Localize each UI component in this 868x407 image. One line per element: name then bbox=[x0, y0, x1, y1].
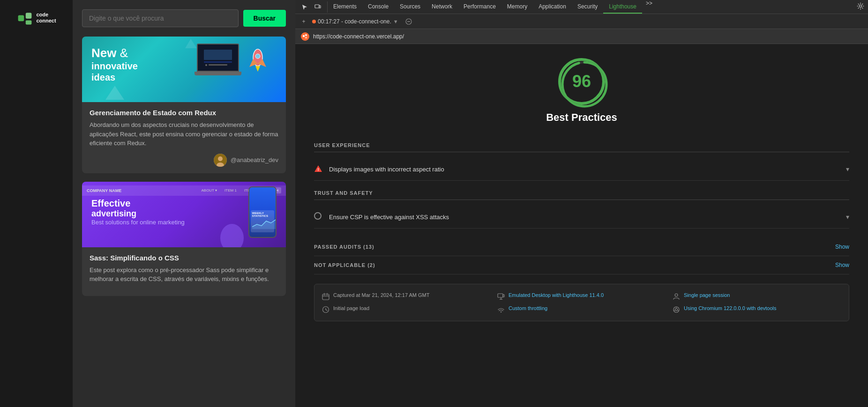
meta-session: Single page session Using Chromium 122.0… bbox=[673, 292, 841, 313]
audit-csp-text: Ensure CSP is effective against XSS atta… bbox=[329, 214, 846, 221]
score-section: 96 Best Practices bbox=[314, 58, 849, 124]
tab-elements[interactable]: Elements bbox=[328, 0, 362, 14]
tab-security[interactable]: Security bbox=[572, 0, 603, 14]
svg-rect-1 bbox=[26, 13, 32, 19]
score-circle: 96 bbox=[558, 58, 605, 105]
svg-point-18 bbox=[220, 224, 244, 247]
svg-text:!: ! bbox=[318, 167, 319, 172]
site-sidebar: code connect bbox=[0, 0, 73, 407]
wifi-icon bbox=[497, 306, 505, 313]
card-2-description: Este post explora como o pré-processador… bbox=[90, 266, 278, 284]
footer-metadata: Captured at Mar 21, 2024, 12:17 AM GMT I… bbox=[314, 284, 849, 321]
svg-line-48 bbox=[674, 310, 675, 311]
devtools-settings-icon[interactable] bbox=[853, 2, 868, 12]
svg-line-37 bbox=[326, 310, 327, 311]
svg-point-43 bbox=[675, 294, 678, 296]
session-link[interactable]: Single page session bbox=[684, 292, 730, 299]
card-1-title: Gerenciamento de Estado com Redux bbox=[90, 109, 278, 117]
user-experience-label: USER EXPERIENCE bbox=[314, 142, 849, 152]
meta-emulated: Emulated Desktop with Lighthouse 11.4.0 … bbox=[497, 292, 666, 313]
emulated-link[interactable]: Emulated Desktop with Lighthouse 11.4.0 bbox=[509, 292, 604, 299]
not-applicable-show[interactable]: Show bbox=[835, 262, 849, 268]
more-tabs-button[interactable]: >> bbox=[642, 0, 656, 14]
warning-triangle-icon: ! bbox=[314, 164, 323, 174]
user-experience-section: USER EXPERIENCE ! Displays images with i… bbox=[314, 142, 849, 181]
search-button[interactable]: Buscar bbox=[243, 10, 286, 27]
svg-point-6 bbox=[205, 64, 207, 66]
svg-rect-25 bbox=[305, 34, 307, 36]
audit-aspect-ratio-text: Displays images with incorrect aspect ra… bbox=[329, 166, 846, 173]
svg-rect-19 bbox=[315, 5, 319, 8]
device-icon[interactable] bbox=[312, 1, 323, 13]
devtools-tab-bar: Elements Console Sources Network Perform… bbox=[295, 0, 868, 14]
card-1-image-text: New & innovativeideas bbox=[91, 46, 138, 83]
add-tab-icon[interactable]: + bbox=[299, 17, 308, 26]
devtools-link[interactable]: Using Chromium 122.0.0.0 with devtools bbox=[684, 305, 776, 312]
tab-application[interactable]: Application bbox=[533, 0, 572, 14]
cursor-icon[interactable] bbox=[299, 1, 310, 13]
svg-marker-14 bbox=[185, 39, 197, 48]
svg-rect-38 bbox=[498, 294, 503, 297]
svg-line-47 bbox=[677, 310, 679, 311]
captured-text: Captured at Mar 21, 2024, 12:17 AM GMT bbox=[333, 292, 429, 299]
svg-rect-26 bbox=[305, 37, 307, 38]
recording-dot bbox=[312, 20, 316, 23]
site-main-content: Buscar New & innovativeideas bbox=[73, 0, 295, 407]
svg-point-11 bbox=[255, 54, 260, 59]
svg-point-28 bbox=[562, 62, 606, 106]
card-2-image: COMPANY NAME ABOUT ▾ ITEM 1 ITEM 2 SEARC… bbox=[82, 182, 286, 247]
url-display: https://code-connect-one.vercel.app/ bbox=[313, 33, 404, 40]
lighthouse-content: 96 Best Practices USER EXPERIENCE ! Disp… bbox=[295, 44, 868, 407]
card-2-image-text: Effective advertising Best solutions for… bbox=[91, 198, 185, 226]
site-favicon bbox=[301, 32, 309, 41]
search-input[interactable] bbox=[82, 9, 239, 27]
card-1-author-name: @anabeatriz_dev bbox=[231, 156, 278, 163]
card-1-description: Abordando um dos aspectos cruciais no de… bbox=[90, 120, 278, 148]
svg-rect-24 bbox=[303, 35, 305, 37]
audit-item-csp[interactable]: Ensure CSP is effective against XSS atta… bbox=[314, 206, 849, 229]
svg-rect-2 bbox=[26, 20, 32, 24]
trust-safety-section: TRUST AND SAFETY Ensure CSP is effective… bbox=[314, 190, 849, 229]
chevron-down-icon: ▾ bbox=[846, 165, 849, 173]
trust-safety-label: TRUST AND SAFETY bbox=[314, 190, 849, 200]
clock-icon bbox=[322, 306, 329, 313]
search-bar: Buscar bbox=[82, 9, 286, 27]
tab-console[interactable]: Console bbox=[362, 0, 394, 14]
tab-sources[interactable]: Sources bbox=[394, 0, 426, 14]
svg-point-42 bbox=[501, 311, 501, 312]
svg-marker-13 bbox=[105, 86, 124, 100]
audit-item-aspect-ratio[interactable]: ! Displays images with incorrect aspect … bbox=[314, 158, 849, 181]
laptop-illustration bbox=[197, 44, 239, 76]
timer-display: 00:17:27 - code-connect-one. ▼ bbox=[312, 18, 398, 25]
devtools-toolbar-icons bbox=[295, 1, 328, 13]
svg-rect-4 bbox=[204, 50, 232, 60]
throttling-link[interactable]: Custom throttling bbox=[509, 305, 547, 312]
calendar-icon bbox=[322, 293, 329, 300]
tab-network[interactable]: Network bbox=[426, 0, 458, 14]
devtools-tabs-container: Elements Console Sources Network Perform… bbox=[328, 0, 853, 14]
score-label: Best Practices bbox=[546, 111, 617, 124]
rocket-illustration bbox=[244, 46, 272, 76]
user-icon bbox=[673, 293, 680, 300]
address-bar-row: + 00:17:27 - code-connect-one. ▼ bbox=[295, 14, 868, 29]
passed-audits-show[interactable]: Show bbox=[835, 244, 849, 250]
tab-lighthouse[interactable]: Lighthouse bbox=[603, 0, 642, 14]
card-1: New & innovativeideas bbox=[82, 37, 286, 173]
stop-recording-icon[interactable] bbox=[404, 17, 413, 26]
svg-point-21 bbox=[860, 5, 862, 7]
card-2: COMPANY NAME ABOUT ▾ ITEM 1 ITEM 2 SEARC… bbox=[82, 182, 286, 296]
tab-memory[interactable]: Memory bbox=[501, 0, 533, 14]
tab-performance[interactable]: Performance bbox=[458, 0, 501, 14]
card-1-image: New & innovativeideas bbox=[82, 37, 286, 102]
not-applicable-row: NOT APPLICABLE (2) Show bbox=[314, 256, 849, 274]
meta-captured: Captured at Mar 21, 2024, 12:17 AM GMT I… bbox=[322, 292, 491, 313]
card-2-phone-illustration: WEEKLY STATISTICS bbox=[248, 186, 277, 238]
svg-rect-39 bbox=[503, 295, 504, 297]
card-1-author: @anabeatriz_dev bbox=[90, 154, 278, 167]
svg-point-16 bbox=[218, 156, 223, 161]
chevron-down-icon-2: ▾ bbox=[846, 213, 849, 221]
url-bar-row: https://code-connect-one.vercel.app/ bbox=[295, 29, 868, 44]
card-1-body: Gerenciamento de Estado com Redux Aborda… bbox=[82, 102, 286, 173]
monitor-icon bbox=[497, 293, 505, 300]
card-2-body: Sass: Simplificando o CSS Este post expl… bbox=[82, 247, 286, 296]
